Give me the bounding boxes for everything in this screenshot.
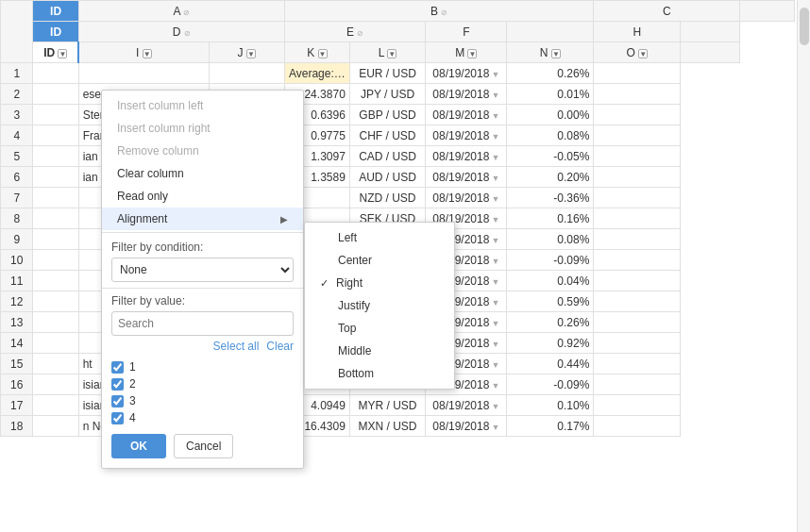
cell-id[interactable] [33,395,78,416]
cell-n[interactable]: 08/19/2018▼ [426,188,507,208]
cell-id[interactable] [33,188,78,208]
select-all-link[interactable]: Select all [213,340,260,353]
cell-m[interactable]: JPY / USD [349,84,425,105]
cell-o[interactable]: 0.26% [507,312,594,333]
cell-n[interactable]: 08/19/2018▼ [426,105,507,125]
sort-icon-d[interactable]: ⊘ [184,29,191,38]
filter-icon-k[interactable]: ▼ [318,49,328,58]
cell-o[interactable]: 0.08% [507,229,594,250]
cell-id[interactable] [33,250,78,271]
col-header-id-2[interactable]: ID [33,22,78,42]
cell-id[interactable] [33,312,78,333]
menu-item-read-only[interactable]: Read only [102,185,303,208]
cell-o[interactable]: 0.16% [507,208,594,229]
cell-o[interactable]: 0.44% [507,354,594,374]
sort-icon-e[interactable]: ⊘ [357,29,363,38]
filter-condition-select[interactable]: None [111,258,294,282]
cell-n[interactable]: 08/19/2018▼ [426,416,507,437]
cell-o[interactable]: 0.01% [507,84,594,105]
cell-id[interactable] [33,271,78,291]
ok-button[interactable]: OK [111,434,166,458]
cell-o[interactable]: 0.08% [507,125,594,146]
cell-id[interactable] [33,333,78,354]
filter-icon-i[interactable]: ▼ [143,49,152,58]
cell-k[interactable] [78,63,209,84]
col-header-k[interactable]: K ▼ [284,42,349,63]
cancel-button[interactable]: Cancel [174,434,233,458]
col-header-e[interactable]: E ⊘ [284,22,425,42]
cell-o[interactable]: 0.20% [507,167,594,188]
cell-n[interactable]: 08/19/2018▼ [426,167,507,188]
col-header-m[interactable]: M ▼ [426,42,507,63]
col-header-b[interactable]: B ⊘ [284,1,593,22]
submenu-item-middle[interactable]: Middle [305,340,454,362]
checkbox-1[interactable] [111,361,124,374]
filter-icon-o[interactable]: ▼ [638,49,648,58]
checkbox-2[interactable] [111,378,124,391]
col-header-g[interactable] [507,22,594,42]
submenu-item-justify[interactable]: Justify [305,294,454,317]
cell-id[interactable] [33,291,78,312]
sort-icon-b[interactable]: ⊘ [441,8,447,17]
cell-o[interactable]: -0.05% [507,146,594,167]
cell-id[interactable] [33,84,78,105]
menu-item-remove-col[interactable]: Remove column [102,140,303,162]
cell-n[interactable]: 08/19/2018▼ [426,146,507,167]
cell-id[interactable] [33,374,78,395]
filter-icon-id[interactable]: ▼ [58,49,67,58]
filter-icon-l[interactable]: ▼ [387,49,397,58]
menu-item-alignment[interactable]: Alignment ▶ [102,208,303,230]
cell-o[interactable]: 0.17% [507,416,594,437]
cell-id[interactable] [33,146,78,167]
cell-o[interactable]: 0.00% [507,105,594,125]
submenu-item-center[interactable]: Center [305,249,454,272]
cell-id[interactable] [33,416,78,437]
col-header-id-1[interactable]: ID [33,1,78,22]
col-header-a[interactable]: A ⊘ [78,1,284,22]
scrollbar-thumb[interactable] [800,8,809,45]
cell-o[interactable]: 0.04% [507,271,594,291]
cell-m[interactable]: CHF / USD [349,125,425,146]
menu-item-insert-left[interactable]: Insert column left [102,94,303,117]
col-header-f[interactable]: F [426,22,507,42]
checkbox-3[interactable] [111,395,124,407]
cell-id[interactable] [33,167,78,188]
submenu-item-right[interactable]: Right [305,272,454,294]
menu-item-insert-right[interactable]: Insert column right [102,117,303,140]
cell-id[interactable] [33,63,78,84]
menu-item-clear-col[interactable]: Clear column [102,162,303,185]
col-header-c[interactable]: C [594,1,740,22]
col-header-l[interactable]: L ▼ [349,42,425,63]
filter-icon-n[interactable]: ▼ [551,49,561,58]
clear-link[interactable]: Clear [266,340,294,353]
cell-id[interactable] [33,208,78,229]
sort-icon-a[interactable]: ⊘ [183,8,190,17]
cell-m[interactable]: GBP / USD [349,105,425,125]
cell-o[interactable]: 0.92% [507,333,594,354]
cell-o[interactable]: 0.59% [507,291,594,312]
cell-o[interactable]: 0.26% [507,63,594,84]
submenu-item-top[interactable]: Top [305,317,454,340]
cell-o[interactable]: 0.10% [507,395,594,416]
search-input[interactable] [111,311,294,336]
cell-m[interactable]: AUD / USD [349,167,425,188]
col-header-n[interactable]: N ▼ [507,42,594,63]
cell-o[interactable]: -0.36% [507,188,594,208]
submenu-item-left[interactable]: Left [305,226,454,249]
submenu-item-bottom[interactable]: Bottom [305,362,454,385]
col-header-o[interactable]: O ▼ [594,42,681,63]
cell-j[interactable] [209,63,284,84]
col-header-j[interactable]: J ▼ [209,42,284,63]
filter-icon-j[interactable]: ▼ [246,49,256,58]
cell-n[interactable]: 08/19/2018▼ [426,63,507,84]
col-header-i[interactable]: I ▼ [78,42,209,63]
cell-m[interactable]: MXN / USD [349,416,425,437]
cell-o[interactable]: -0.09% [507,374,594,395]
cell-n[interactable]: 08/19/2018▼ [426,84,507,105]
cell-id[interactable] [33,229,78,250]
cell-l[interactable]: Average:19.4353 [284,63,349,84]
cell-m[interactable]: EUR / USD [349,63,425,84]
cell-m[interactable]: CAD / USD [349,146,425,167]
cell-m[interactable]: NZD / USD [349,188,425,208]
cell-n[interactable]: 08/19/2018▼ [426,395,507,416]
